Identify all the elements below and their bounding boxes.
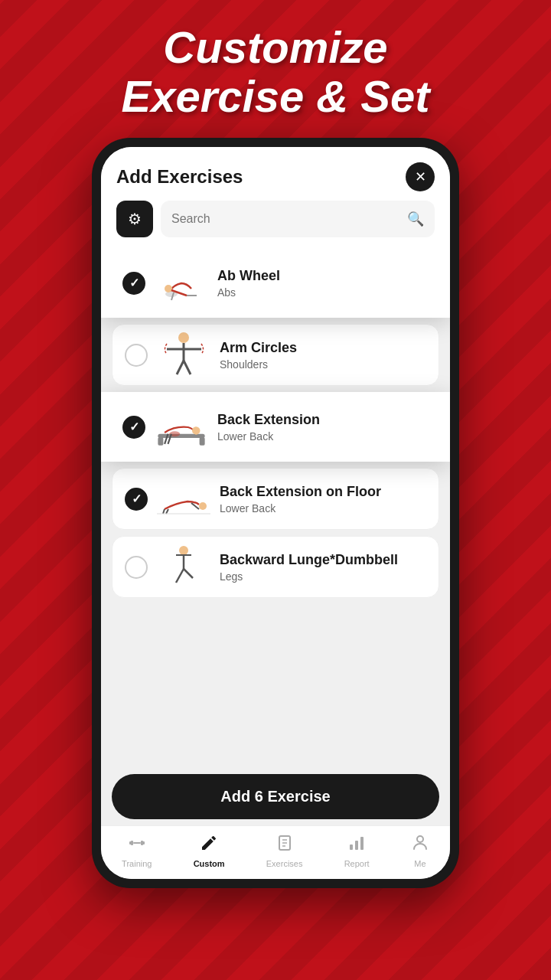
svg-rect-40: [360, 837, 364, 850]
barbell-icon: [128, 834, 146, 857]
nav-label-me: Me: [414, 859, 425, 868]
exercise-image-ab-wheel: [155, 262, 208, 304]
search-input[interactable]: [171, 212, 407, 226]
sidebar-item-custom[interactable]: Custom: [194, 834, 225, 868]
add-button-label: Add 6 Exercise: [220, 788, 330, 805]
nav-label-training: Training: [122, 859, 152, 868]
nav-label-custom: Custom: [194, 859, 225, 868]
exercise-name: Back Extension on Floor: [220, 484, 426, 500]
page-title: Customize Exercise & Set: [0, 0, 551, 121]
exercise-category: Shoulders: [220, 358, 426, 371]
chart-icon: [347, 834, 366, 857]
svg-line-20: [163, 509, 165, 514]
phone-screen: Add Exercises ✕ ⚙ 🔍: [101, 147, 450, 879]
svg-point-41: [417, 836, 423, 842]
list-item[interactable]: Back Extension Lower Back: [101, 392, 450, 462]
list-item[interactable]: Back Extension on Floor Lower Back: [112, 468, 439, 530]
exercise-name: Backward Lunge*Dumbbell: [220, 552, 426, 568]
svg-point-7: [178, 332, 189, 343]
svg-rect-13: [158, 437, 163, 446]
exercise-category: Lower Back: [220, 502, 426, 514]
exercise-info-back-extension: Back Extension Lower Back: [217, 412, 429, 443]
list-item[interactable]: Ab Wheel Abs: [101, 248, 450, 318]
exercise-image-back-extension: [155, 406, 208, 448]
exercise-category: Abs: [217, 286, 429, 299]
exercise-name: Arm Circles: [220, 340, 426, 356]
checkbox-back-extension-floor[interactable]: [125, 488, 148, 511]
search-icon: 🔍: [407, 211, 424, 227]
sidebar-item-report[interactable]: Report: [344, 834, 370, 868]
exercise-info-backward-lunge: Backward Lunge*Dumbbell Legs: [220, 552, 426, 583]
phone-frame: Add Exercises ✕ ⚙ 🔍: [92, 138, 459, 888]
exercise-image-arm-circles: [157, 334, 210, 376]
sidebar-item-exercises[interactable]: Exercises: [266, 834, 303, 868]
exercise-category: Lower Back: [217, 430, 429, 443]
clipboard-icon: [276, 834, 294, 857]
exercise-info-arm-circles: Arm Circles Shoulders: [220, 340, 426, 371]
sidebar-item-training[interactable]: Training: [122, 834, 152, 868]
list-item[interactable]: Arm Circles Shoulders: [112, 324, 439, 386]
svg-rect-31: [131, 841, 133, 845]
checkbox-arm-circles[interactable]: [125, 344, 148, 367]
filter-icon: ⚙: [128, 210, 142, 228]
sidebar-item-me[interactable]: Me: [411, 834, 429, 868]
svg-point-19: [199, 502, 207, 510]
exercise-name: Back Extension: [217, 412, 429, 428]
modal-title: Add Exercises: [116, 166, 243, 188]
svg-point-15: [192, 426, 201, 435]
nav-label-report: Report: [344, 859, 370, 868]
pencil-icon: [200, 834, 218, 857]
list-item[interactable]: Backward Lunge*Dumbbell Legs: [112, 536, 439, 598]
exercise-category: Legs: [220, 570, 426, 583]
svg-rect-32: [141, 841, 143, 845]
search-row: ⚙ 🔍: [101, 201, 450, 248]
checkbox-ab-wheel[interactable]: [122, 272, 145, 295]
person-icon: [411, 834, 429, 857]
svg-line-10: [177, 361, 184, 374]
close-button[interactable]: ✕: [406, 162, 435, 191]
svg-rect-39: [355, 841, 358, 850]
svg-point-24: [179, 546, 188, 555]
svg-line-27: [184, 569, 193, 578]
exercise-info-ab-wheel: Ab Wheel Abs: [217, 268, 429, 299]
svg-line-26: [176, 569, 184, 583]
exercise-list: Ab Wheel Abs: [101, 248, 450, 768]
close-icon: ✕: [415, 168, 426, 185]
svg-rect-12: [158, 433, 204, 437]
checkbox-back-extension[interactable]: [122, 416, 145, 439]
filter-button[interactable]: ⚙: [116, 201, 153, 237]
exercise-name: Ab Wheel: [217, 268, 429, 284]
exercise-image-back-extension-floor: [157, 478, 210, 520]
add-exercise-button[interactable]: Add 6 Exercise: [112, 774, 439, 819]
svg-rect-33: [133, 842, 141, 844]
exercise-image-backward-lunge: [157, 546, 210, 588]
nav-label-exercises: Exercises: [266, 859, 303, 868]
modal-header: Add Exercises ✕: [101, 147, 450, 201]
svg-rect-38: [350, 844, 353, 850]
exercise-info-back-extension-floor: Back Extension on Floor Lower Back: [220, 484, 426, 514]
bottom-nav: Training Custom: [101, 825, 450, 879]
svg-line-11: [184, 361, 191, 374]
svg-line-21: [166, 509, 168, 514]
search-wrapper: 🔍: [161, 201, 435, 237]
svg-point-4: [165, 285, 172, 292]
checkbox-backward-lunge[interactable]: [125, 556, 148, 579]
svg-rect-14: [200, 437, 205, 446]
